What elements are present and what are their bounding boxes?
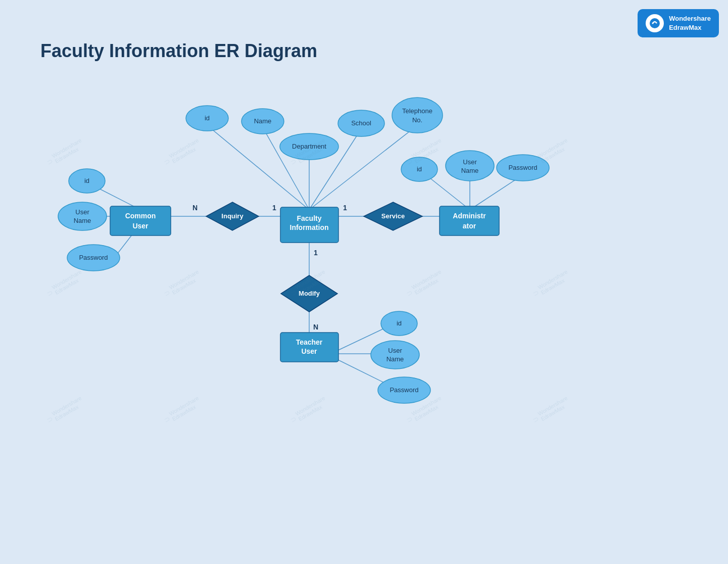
svg-text:1: 1 bbox=[272, 204, 276, 212]
svg-text:Common: Common bbox=[125, 212, 156, 220]
svg-text:User: User bbox=[132, 222, 149, 230]
logo-text: Wondershare EdrawMax bbox=[669, 14, 711, 32]
svg-text:Password: Password bbox=[508, 164, 537, 171]
svg-text:Teacher: Teacher bbox=[296, 338, 323, 346]
svg-text:id: id bbox=[417, 165, 422, 173]
svg-text:id: id bbox=[205, 114, 210, 122]
svg-text:Name: Name bbox=[74, 217, 91, 224]
svg-text:N: N bbox=[192, 204, 198, 212]
er-diagram: Faculty Information Common User Administ… bbox=[0, 0, 728, 564]
svg-text:Name: Name bbox=[386, 355, 404, 363]
svg-point-0 bbox=[650, 18, 660, 28]
svg-line-18 bbox=[470, 176, 521, 210]
svg-text:Modify: Modify bbox=[299, 290, 320, 297]
svg-text:User: User bbox=[301, 347, 317, 355]
svg-text:id: id bbox=[84, 177, 89, 184]
svg-point-1 bbox=[652, 23, 654, 24]
svg-text:N: N bbox=[313, 323, 318, 331]
svg-text:No.: No. bbox=[412, 116, 422, 124]
svg-point-53 bbox=[58, 202, 107, 230]
svg-text:Inquiry: Inquiry bbox=[221, 212, 244, 220]
svg-text:Information: Information bbox=[290, 223, 329, 231]
svg-text:Telephone: Telephone bbox=[402, 107, 432, 115]
svg-text:Department: Department bbox=[292, 143, 326, 150]
svg-point-67 bbox=[371, 341, 419, 369]
svg-rect-28 bbox=[440, 206, 499, 236]
svg-text:ator: ator bbox=[463, 222, 476, 230]
svg-text:School: School bbox=[351, 119, 371, 127]
svg-text:User: User bbox=[388, 347, 402, 354]
svg-text:Administr: Administr bbox=[453, 212, 486, 220]
svg-text:1: 1 bbox=[314, 249, 318, 257]
svg-point-48 bbox=[392, 98, 443, 133]
svg-text:Password: Password bbox=[390, 386, 418, 394]
logo-icon bbox=[646, 14, 664, 32]
svg-text:User: User bbox=[463, 158, 477, 166]
svg-text:User: User bbox=[75, 208, 89, 216]
svg-text:Name: Name bbox=[461, 167, 479, 174]
svg-text:id: id bbox=[397, 319, 402, 327]
svg-rect-25 bbox=[110, 206, 171, 236]
svg-text:Faculty: Faculty bbox=[297, 214, 321, 222]
logo-container: Wondershare EdrawMax bbox=[638, 9, 719, 37]
svg-text:1: 1 bbox=[343, 204, 347, 212]
svg-point-60 bbox=[446, 151, 494, 181]
svg-text:Password: Password bbox=[79, 254, 108, 261]
svg-text:Name: Name bbox=[254, 117, 272, 125]
svg-text:Service: Service bbox=[381, 212, 405, 220]
